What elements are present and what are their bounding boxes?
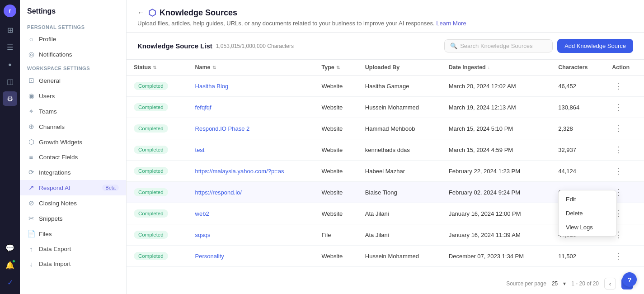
personal-section-label: Personal Settings bbox=[20, 21, 126, 32]
action-menu-button[interactable]: ⋮ bbox=[612, 80, 625, 92]
data-import-icon: ↓ bbox=[27, 260, 35, 268]
closing-notes-icon: ⊘ bbox=[27, 199, 35, 207]
table-row: In Progress awdawd Website kennethads dd… bbox=[127, 267, 644, 273]
back-button[interactable]: ← bbox=[137, 9, 145, 17]
sidebar-item-growth-widgets[interactable]: ⬡ Growth Widgets bbox=[20, 134, 126, 150]
cell-type: Website bbox=[315, 267, 358, 273]
sidebar-item-profile[interactable]: ○ Profile bbox=[20, 32, 126, 47]
cell-characters: 2,328 bbox=[551, 118, 605, 139]
nav-icon-alerts[interactable]: 🔔 bbox=[3, 258, 17, 272]
cell-name: Respond.IO Phase 2 bbox=[188, 118, 315, 139]
source-name-link[interactable]: web2 bbox=[195, 210, 209, 217]
learn-more-link[interactable]: Learn More bbox=[436, 20, 466, 27]
rows-per-page-value: 25 bbox=[552, 280, 558, 287]
char-count: 1,053,015/1,000,000 Characters bbox=[216, 43, 294, 49]
table-row: Completed Personality Website Hussein Mo… bbox=[127, 246, 644, 267]
add-knowledge-source-button[interactable]: Add Knowledge Source bbox=[557, 39, 633, 53]
cell-status: Completed bbox=[127, 182, 188, 203]
cell-action: ⋮ bbox=[605, 161, 644, 182]
cell-action: ⋮ bbox=[605, 118, 644, 139]
cell-name: https://malaysia.yahoo.com/?p=as bbox=[188, 161, 315, 182]
cell-status: Completed bbox=[127, 161, 188, 182]
cell-uploaded-by: Blaise Tiong bbox=[358, 182, 442, 203]
source-name-link[interactable]: sqsqs bbox=[195, 232, 211, 238]
sidebar-item-notifications[interactable]: ◎ Notifications bbox=[20, 47, 126, 62]
source-name-link[interactable]: https://malaysia.yahoo.com/?p=as bbox=[195, 168, 284, 175]
chevron-down-icon[interactable]: ▾ bbox=[563, 280, 566, 287]
teams-icon: ⌖ bbox=[27, 107, 35, 115]
action-menu-button[interactable]: ⋮ bbox=[612, 101, 625, 113]
nav-icon-reports[interactable]: ◫ bbox=[3, 74, 17, 89]
sidebar-item-contact-fields[interactable]: ≡ Contact Fields bbox=[20, 150, 126, 165]
workspace-section-label: Workspace Settings bbox=[20, 62, 126, 73]
cell-action: ⋮ bbox=[605, 97, 644, 118]
cell-name: https://respond.io/ bbox=[188, 182, 315, 203]
nav-icon-settings[interactable]: ⚙ bbox=[3, 91, 17, 106]
sidebar-item-snippets[interactable]: ✂ Snippets bbox=[20, 211, 126, 226]
col-name: Name⇅ bbox=[188, 60, 315, 76]
knowledge-sources-table: Status⇅ Name⇅ Type⇅ Uploaded By Date Ing… bbox=[127, 60, 644, 273]
source-name-link[interactable]: fefqfqf bbox=[195, 104, 212, 111]
channels-icon: ⊕ bbox=[27, 123, 35, 131]
status-badge: Completed bbox=[134, 209, 168, 218]
integrations-icon: ⟳ bbox=[27, 168, 35, 176]
cell-uploaded-by: kennethads ddas bbox=[358, 139, 442, 161]
source-name-link[interactable]: Hasitha Blog bbox=[195, 83, 229, 90]
status-badge: Completed bbox=[134, 124, 168, 133]
cell-uploaded-by: Hasitha Gamage bbox=[358, 76, 442, 97]
cell-name: awdawd bbox=[188, 267, 315, 273]
nav-icon-dashboard[interactable]: ⊞ bbox=[3, 23, 17, 37]
action-menu-button[interactable]: ⋮ bbox=[612, 250, 625, 262]
knowledge-sources-icon: ⬡ bbox=[148, 7, 156, 18]
prev-page-button[interactable]: ‹ bbox=[604, 278, 616, 289]
cell-action: ⋮ bbox=[605, 76, 644, 97]
sidebar-item-channels[interactable]: ⊕ Channels bbox=[20, 119, 126, 134]
col-uploaded-by: Uploaded By bbox=[358, 60, 442, 76]
sidebar-title: Settings bbox=[20, 7, 126, 21]
files-icon: 📄 bbox=[27, 230, 35, 238]
sidebar-item-closing-notes[interactable]: ⊘ Closing Notes bbox=[20, 195, 126, 211]
nav-icon-contacts[interactable]: ● bbox=[3, 57, 17, 71]
search-box[interactable]: 🔍 Search Knowledge Sources bbox=[444, 39, 553, 52]
cell-characters: 46,452 bbox=[551, 76, 605, 97]
context-menu-delete[interactable]: Delete bbox=[559, 206, 616, 220]
context-menu-view-logs[interactable]: View Logs bbox=[559, 220, 616, 234]
sidebar-item-users[interactable]: ◉ Users bbox=[20, 88, 126, 104]
avatar[interactable]: r bbox=[4, 5, 16, 17]
cell-name: sqsqs bbox=[188, 224, 315, 246]
sidebar-item-teams[interactable]: ⌖ Teams bbox=[20, 104, 126, 119]
cell-type: Website bbox=[315, 76, 358, 97]
nav-icon-inbox[interactable]: ☰ bbox=[3, 40, 17, 54]
cell-date-ingested: - bbox=[442, 267, 551, 273]
source-name-link[interactable]: test bbox=[195, 147, 205, 153]
sidebar-item-data-export[interactable]: ↑ Data Export bbox=[20, 242, 126, 256]
sidebar-item-integrations[interactable]: ⟳ Integrations bbox=[20, 165, 126, 180]
action-menu-button[interactable]: ⋮ bbox=[612, 123, 625, 134]
cell-type: Website bbox=[315, 161, 358, 182]
nav-icon-messages[interactable]: 💬 bbox=[3, 241, 17, 255]
main-content: ← ⬡ Knowledge Sources Upload files, arti… bbox=[127, 0, 644, 294]
action-menu-button[interactable]: ⋮ bbox=[612, 165, 625, 177]
sidebar-item-data-import[interactable]: ↓ Data Import bbox=[20, 256, 126, 271]
cell-type: Website bbox=[315, 203, 358, 224]
source-name-link[interactable]: https://respond.io/ bbox=[195, 189, 242, 196]
help-button[interactable]: ? bbox=[622, 272, 637, 287]
context-menu-edit[interactable]: Edit bbox=[559, 192, 616, 206]
source-name-link[interactable]: Personality bbox=[195, 253, 224, 260]
cell-characters: 32,937 bbox=[551, 139, 605, 161]
nav-icon-checkmark[interactable]: ✓ bbox=[3, 275, 17, 289]
sidebar-item-files[interactable]: 📄 Files bbox=[20, 226, 126, 242]
cell-name: Personality bbox=[188, 246, 315, 267]
cell-status: Completed bbox=[127, 246, 188, 267]
cell-characters: 11,502 bbox=[551, 246, 605, 267]
action-menu-button[interactable]: ⋮ bbox=[612, 144, 625, 156]
sidebar-item-respond-ai[interactable]: ↗ Respond AI Beta bbox=[20, 180, 126, 195]
source-name-link[interactable]: Respond.IO Phase 2 bbox=[195, 125, 250, 132]
context-menu: Edit Delete View Logs bbox=[558, 190, 617, 237]
page-title: Knowledge Sources bbox=[160, 8, 237, 18]
col-action: Action bbox=[605, 60, 644, 76]
data-export-icon: ↑ bbox=[27, 245, 35, 253]
cell-status: Completed bbox=[127, 97, 188, 118]
sidebar-item-general[interactable]: ⊡ General bbox=[20, 73, 126, 88]
snippets-icon: ✂ bbox=[27, 214, 35, 223]
